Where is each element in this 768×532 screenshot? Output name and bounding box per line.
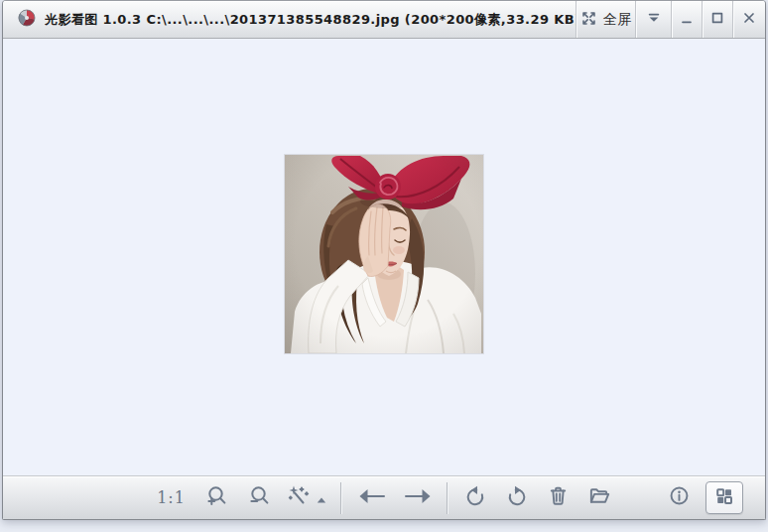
arrow-left-icon: [357, 485, 387, 511]
close-icon: [740, 9, 758, 31]
fullscreen-label: 全屏: [603, 11, 631, 29]
grid-icon: [714, 486, 734, 510]
previous-image-button[interactable]: [357, 485, 387, 511]
displayed-photo: [285, 155, 483, 353]
next-image-button[interactable]: [403, 485, 433, 511]
minimize-button[interactable]: [671, 1, 702, 38]
minimize-icon: [678, 9, 696, 31]
maximize-icon: [708, 9, 726, 31]
magnifier-plus-icon: [205, 484, 228, 511]
folder-open-icon: [587, 484, 611, 511]
open-folder-button[interactable]: [587, 484, 611, 511]
fullscreen-button[interactable]: 全屏: [576, 1, 635, 38]
bottom-toolbar: 1:1: [3, 475, 765, 519]
app-logo-icon: [18, 9, 36, 31]
rotate-ccw-icon: [463, 484, 487, 512]
app-menu[interactable]: [3, 1, 45, 38]
magnifier-minus-icon: [248, 484, 271, 511]
rotate-ccw-button[interactable]: [463, 484, 487, 512]
toolbar-separator: [447, 482, 448, 514]
delete-button[interactable]: [547, 484, 570, 511]
thumbnail-grid-button[interactable]: [705, 481, 743, 514]
caret-up-icon[interactable]: [317, 489, 326, 512]
toolbar-separator: [340, 482, 341, 514]
actual-size-button[interactable]: 1:1: [157, 488, 186, 507]
rotate-cw-button[interactable]: [505, 484, 529, 512]
auto-enhance-button[interactable]: [287, 484, 326, 512]
toolbar-main-group: 1:1: [157, 482, 611, 514]
maximize-button[interactable]: [702, 1, 732, 38]
image-info-button[interactable]: [668, 484, 691, 511]
toolbar-right-group: [668, 476, 743, 519]
info-circle-icon: [668, 484, 691, 511]
collapse-toolbar-icon: [646, 10, 662, 30]
collapse-toolbar-button[interactable]: [635, 1, 671, 38]
titlebar[interactable]: 光影看图 1.0.3 C:\...\...\...\20137138554882…: [3, 1, 765, 39]
trash-icon: [547, 484, 570, 511]
desktop: 光影看图 1.0.3 C:\...\...\...\20137138554882…: [0, 0, 768, 532]
zoom-in-button[interactable]: [205, 484, 228, 511]
window-title: 光影看图 1.0.3 C:\...\...\...\20137138554882…: [45, 1, 576, 38]
fullscreen-expand-icon: [580, 10, 597, 30]
zoom-out-button[interactable]: [248, 484, 271, 511]
rotate-cw-icon: [505, 484, 529, 512]
magic-wand-icon: [287, 484, 312, 512]
viewer-window: 光影看图 1.0.3 C:\...\...\...\20137138554882…: [2, 0, 766, 520]
image-canvas: [3, 39, 765, 475]
close-button[interactable]: [732, 1, 765, 38]
arrow-right-icon: [403, 485, 433, 511]
